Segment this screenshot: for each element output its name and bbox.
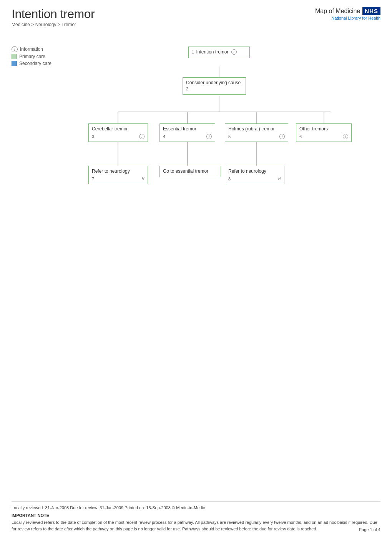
- legend: i Information Primary care Secondary car…: [12, 46, 51, 66]
- node-go-essential[interactable]: Go to essential tremor: [159, 166, 221, 177]
- footer-important-note: IMPORTANT NOTE: [12, 513, 380, 518]
- info-icon: i: [12, 46, 18, 52]
- header: Intention tremor Medicine > Neurology > …: [0, 0, 392, 31]
- node3-number: 3: [92, 134, 94, 139]
- node7-label: Refer to neurology: [92, 168, 130, 174]
- node6-number: 6: [299, 134, 302, 139]
- node6-label: Other tremors: [299, 126, 328, 132]
- legend-primary: Primary care: [12, 54, 51, 59]
- node-refer-neurology-1[interactable]: Refer to neurology 7 R: [88, 166, 148, 184]
- primary-care-icon: [12, 54, 17, 59]
- legend-info-label: Information: [20, 47, 43, 52]
- legend-secondary-label: Secondary care: [19, 61, 51, 66]
- essential-action-label: Go to essential tremor: [163, 168, 208, 174]
- node6-info[interactable]: i: [343, 134, 348, 139]
- node8-number: 8: [228, 176, 231, 182]
- header-right: Map of Medicine NHS National Library for…: [315, 7, 380, 20]
- node2-number: 2: [186, 86, 188, 92]
- node3-info[interactable]: i: [139, 134, 145, 139]
- node8-r: R: [278, 176, 281, 181]
- node2-label: Consider underlying cause: [186, 80, 241, 85]
- node4-info[interactable]: i: [206, 134, 212, 139]
- node7-number: 7: [92, 176, 94, 182]
- map-of-medicine-logo: Map of Medicine NHS: [315, 7, 380, 15]
- node1-label: Intention tremor: [196, 49, 228, 55]
- legend-secondary: Secondary care: [12, 61, 51, 66]
- node7-r: R: [142, 176, 145, 181]
- nhs-badge: NHS: [362, 7, 380, 15]
- node5-label: Holmes (rubral) tremor: [228, 126, 275, 132]
- footer-line1: Locally reviewed: 31-Jan-2008 Due for re…: [12, 505, 380, 510]
- node-cerebellar[interactable]: Cerebellar tremor 3 i: [88, 123, 148, 142]
- page-title: Intention tremor: [12, 7, 95, 21]
- header-left: Intention tremor Medicine > Neurology > …: [12, 7, 95, 27]
- breadcrumb: Medicine > Neurology > Tremor: [12, 22, 95, 27]
- legend-primary-label: Primary care: [19, 54, 45, 59]
- node5-number: 5: [228, 134, 231, 139]
- node-consider-underlying[interactable]: Consider underlying cause 2: [183, 77, 246, 95]
- node-holmes[interactable]: Holmes (rubral) tremor 5 i: [225, 123, 288, 142]
- node-intention-tremor[interactable]: 1 Intention tremor i: [188, 47, 250, 58]
- node5-info[interactable]: i: [279, 134, 285, 139]
- map-of-medicine-text: Map of Medicine: [315, 8, 360, 15]
- footer: Locally reviewed: 31-Jan-2008 Due for re…: [12, 501, 380, 532]
- node1-info[interactable]: i: [231, 49, 237, 55]
- node3-label: Cerebellar tremor: [92, 126, 128, 132]
- flowchart: 1 Intention tremor i Consider underlying…: [77, 39, 377, 200]
- node-other-tremors[interactable]: Other tremors 6 i: [296, 123, 352, 142]
- secondary-care-icon: [12, 61, 17, 66]
- node-refer-neurology-2[interactable]: Refer to neurology 8 R: [225, 166, 284, 184]
- legend-info: i Information: [12, 46, 51, 52]
- node8-label: Refer to neurology: [228, 168, 266, 174]
- footer-page: Page 1 of 4: [359, 527, 380, 532]
- node1-number: 1: [192, 49, 194, 55]
- nhs-sub: National Library for Health: [331, 16, 380, 20]
- node4-number: 4: [163, 134, 165, 139]
- footer-body: Locally reviewed refers to the date of c…: [12, 519, 380, 532]
- node-essential[interactable]: Essential tremor 4 i: [159, 123, 215, 142]
- node4-label: Essential tremor: [163, 126, 196, 132]
